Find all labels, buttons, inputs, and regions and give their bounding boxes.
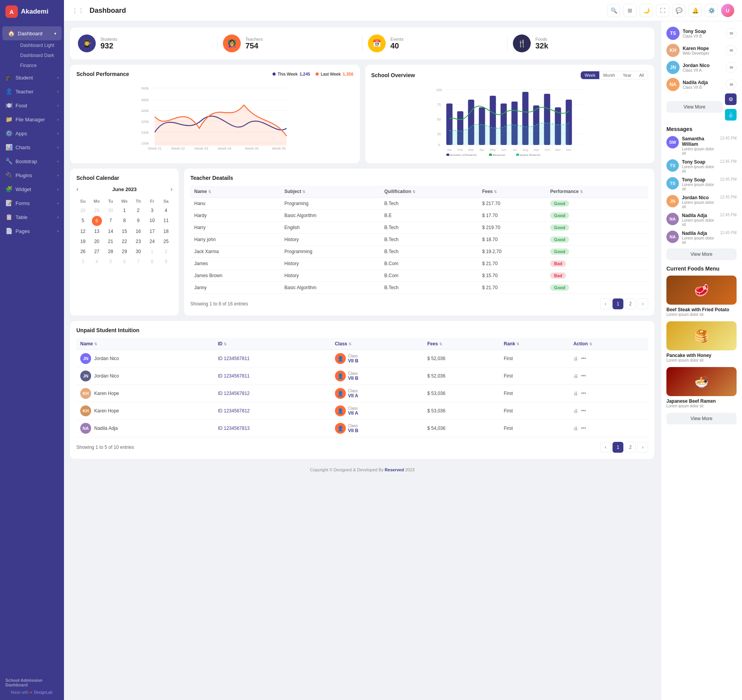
water-button[interactable]: 💧 (725, 109, 737, 121)
cal-day[interactable]: 3 (146, 206, 159, 215)
cal-day[interactable]: 10 (146, 216, 159, 226)
cal-day[interactable]: 8 (118, 216, 131, 226)
sidebar-sub-item-dashboard-light[interactable]: Dashboard Light (15, 40, 64, 50)
unpaid-pag-2[interactable]: 2 (625, 442, 636, 453)
gear-button[interactable]: ⚙ (725, 93, 737, 105)
cal-day[interactable]: 7 (132, 257, 145, 266)
sidebar-item-student[interactable]: 🎓 Student › (0, 71, 64, 84)
settings-button[interactable]: ⚙️ (705, 4, 718, 17)
cal-day[interactable]: 11 (159, 216, 173, 226)
unpaid-pag-1[interactable]: 1 (613, 442, 623, 453)
contact-message-button[interactable]: ✉ (726, 62, 737, 73)
tab-year[interactable]: Year (619, 71, 635, 79)
unpaid-pag-prev[interactable]: ‹ (600, 442, 611, 453)
search-button[interactable]: 🔍 (607, 4, 620, 17)
cal-day[interactable]: 25 (159, 237, 173, 246)
cal-day[interactable]: 2 (132, 206, 145, 215)
fullscreen-button[interactable]: ⛶ (656, 4, 669, 17)
cal-day-today[interactable]: 6 (92, 216, 102, 226)
cal-day[interactable]: 16 (132, 227, 145, 236)
sidebar-item-table[interactable]: 📋 Table › (0, 210, 64, 224)
sidebar-item-teacher[interactable]: 👤 Teacher › (0, 84, 64, 98)
sidebar-item-dashboard[interactable]: 🏠 Dashboard ▾ (2, 26, 62, 40)
more-icon[interactable]: ••• (581, 356, 586, 361)
contact-message-button[interactable]: ✉ (726, 28, 737, 39)
more-icon[interactable]: ••• (581, 373, 586, 379)
sidebar-item-plugins[interactable]: 🔌 Plugins › (0, 168, 64, 182)
sidebar-item-file-manager[interactable]: 📁 File Manager › (0, 112, 64, 126)
cal-day[interactable]: 29 (118, 247, 131, 256)
sidebar-sub-item-finance[interactable]: Finance (15, 60, 64, 71)
sidebar-sub-item-dashboard-dark[interactable]: Dashboard Dark (15, 50, 64, 60)
more-icon[interactable]: ••• (581, 426, 586, 431)
cal-day[interactable]: 13 (90, 227, 104, 236)
cal-day[interactable]: 14 (104, 227, 117, 236)
cal-day[interactable]: 22 (118, 237, 131, 246)
cal-day[interactable]: 6 (118, 257, 131, 266)
teacher-pag-1[interactable]: 1 (613, 298, 623, 309)
cal-day[interactable]: 4 (159, 206, 173, 215)
cal-day[interactable]: 21 (104, 237, 117, 246)
cal-day[interactable]: 1 (118, 206, 131, 215)
more-icon[interactable]: ••• (581, 408, 586, 414)
cal-day[interactable]: 30 (104, 206, 117, 215)
print-icon[interactable]: 🖨 (573, 391, 578, 396)
print-icon[interactable]: 🖨 (573, 426, 578, 431)
print-icon[interactable]: 🖨 (573, 356, 578, 361)
notification-button[interactable]: 🔔 (689, 4, 702, 17)
user-avatar[interactable]: U (721, 4, 734, 17)
cal-day[interactable]: 23 (132, 237, 145, 246)
tab-month[interactable]: Month (599, 71, 619, 79)
cal-day[interactable]: 12 (76, 227, 90, 236)
cal-day[interactable]: 15 (118, 227, 131, 236)
cal-day[interactable]: 19 (76, 237, 90, 246)
contact-message-button[interactable]: ✉ (726, 79, 737, 90)
tab-week[interactable]: Week (581, 71, 599, 79)
unpaid-col-name: Name ⇅ (76, 338, 214, 350)
print-icon[interactable]: 🖨 (573, 373, 578, 379)
cal-day[interactable]: 18 (159, 227, 173, 236)
unpaid-pag-next[interactable]: › (637, 442, 648, 453)
more-icon[interactable]: ••• (581, 391, 586, 396)
cal-day[interactable]: 7 (104, 216, 117, 226)
cal-day[interactable]: 28 (76, 206, 90, 215)
calendar-next-button[interactable]: › (171, 186, 173, 193)
cal-day[interactable]: 2 (159, 247, 173, 256)
teacher-pag-next[interactable]: › (637, 298, 648, 309)
cal-day[interactable]: 4 (90, 257, 104, 266)
view-more-messages-button[interactable]: View More (666, 248, 737, 260)
cal-day[interactable]: 3 (76, 257, 90, 266)
tab-all[interactable]: All (635, 71, 648, 79)
cal-day[interactable]: 5 (104, 257, 117, 266)
sidebar-item-apps[interactable]: ⚙️ Apps › (0, 126, 64, 140)
cal-day[interactable]: 28 (104, 247, 117, 256)
teacher-pag-prev[interactable]: ‹ (600, 298, 611, 309)
cal-day[interactable]: 30 (132, 247, 145, 256)
view-more-foods-button[interactable]: View More (666, 413, 737, 424)
grid-view-button[interactable]: ⊞ (623, 4, 637, 17)
sidebar-item-charts[interactable]: 📊 Charts › (0, 140, 64, 154)
teacher-pag-2[interactable]: 2 (625, 298, 636, 309)
sidebar-item-pages[interactable]: 📄 Pages › (0, 224, 64, 238)
cal-day[interactable]: 9 (159, 257, 173, 266)
cal-day[interactable]: 9 (132, 216, 145, 226)
sidebar-item-widget[interactable]: 🧩 Widget › (0, 182, 64, 196)
cal-day[interactable]: 1 (146, 247, 159, 256)
sidebar-item-bootstrap[interactable]: 🔧 Bootstrap › (0, 154, 64, 168)
cal-day[interactable]: 20 (90, 237, 104, 246)
cal-day[interactable]: 5 (76, 216, 90, 226)
chat-button[interactable]: 💬 (672, 4, 685, 17)
cal-day[interactable]: 24 (146, 237, 159, 246)
cal-day[interactable]: 29 (90, 206, 104, 215)
sidebar-item-forms[interactable]: 📝 Forms › (0, 196, 64, 210)
sidebar-item-food[interactable]: 🍽️ Food › (0, 98, 64, 112)
print-icon[interactable]: 🖨 (573, 408, 578, 414)
cal-day[interactable]: 27 (90, 247, 104, 256)
cal-day[interactable]: 17 (146, 227, 159, 236)
dark-mode-button[interactable]: 🌙 (640, 4, 653, 17)
cal-day[interactable]: 8 (146, 257, 159, 266)
contact-message-button[interactable]: ✉ (726, 45, 737, 56)
calendar-prev-button[interactable]: ‹ (76, 186, 78, 193)
view-more-contacts-button[interactable]: View More (666, 101, 723, 113)
cal-day[interactable]: 26 (76, 247, 90, 256)
